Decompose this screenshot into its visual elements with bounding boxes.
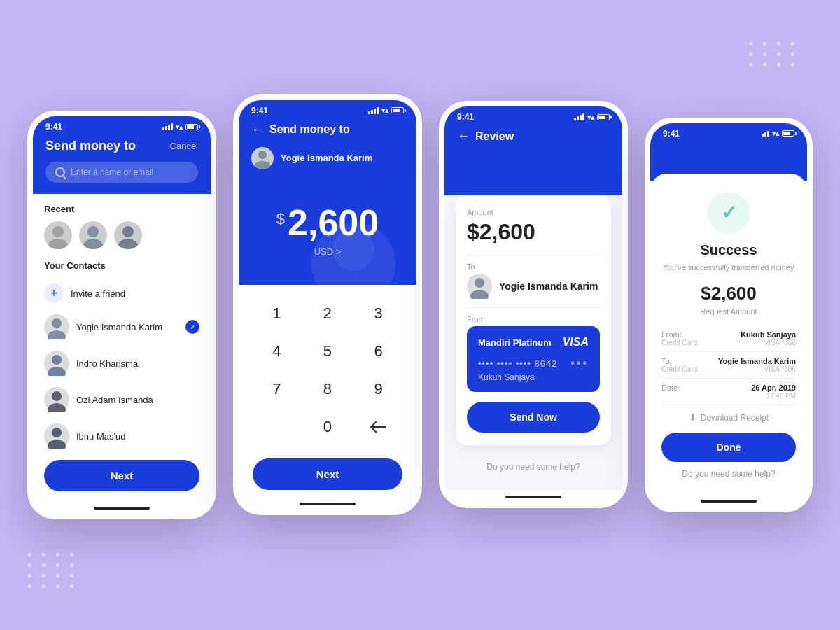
- to-avatar-3: [467, 274, 492, 299]
- wifi-icon-3: ▾▴: [587, 113, 594, 121]
- contact-name-ozi: Ozi Adam Ismanda: [76, 395, 200, 405]
- svg-point-5: [118, 239, 138, 249]
- from-label-4: From:: [662, 330, 697, 339]
- signal-icon-3: [574, 113, 584, 120]
- signal-icon-1: [162, 123, 173, 130]
- svg-point-13: [48, 440, 66, 449]
- success-amount: $2,600: [662, 283, 796, 304]
- recent-avatar-3: [114, 221, 142, 249]
- done-button[interactable]: Done: [662, 433, 796, 462]
- svg-point-7: [48, 330, 66, 340]
- amount-value: 2,600: [288, 204, 379, 241]
- key-6[interactable]: 6: [354, 334, 402, 369]
- signal-icon-4: [762, 131, 769, 136]
- date-val-4: 26 Apr, 2019: [751, 384, 796, 392]
- invite-friend-item[interactable]: + Invite a friend: [44, 278, 200, 309]
- review-amount: $2,600: [467, 219, 600, 245]
- phone3-header: ← Review: [444, 125, 622, 195]
- contact-avatar-indro: [44, 351, 69, 376]
- contact-item-ibnu[interactable]: Ibnu Mas'ud: [44, 418, 200, 454]
- amount-label-3: Amount: [467, 208, 600, 216]
- date-val2-4: 12:48 PM: [751, 392, 796, 400]
- battery-icon-2: [391, 107, 404, 113]
- success-check-circle: ✓: [708, 192, 750, 234]
- key-9[interactable]: 9: [354, 372, 402, 407]
- phone2-frame: 9:41 ▾▴ ← Send money to Yogie Ismanda Ka…: [233, 94, 422, 515]
- card-widget: Mandiri Platinum VISA •••• •••• •••• 864…: [467, 326, 600, 392]
- detail-row-to: To: Credit Card Yogie Ismanda Karim VISA…: [662, 352, 796, 379]
- search-bar-1[interactable]: Enter a name or email: [46, 162, 198, 183]
- notch1: [87, 116, 157, 132]
- svg-point-11: [48, 403, 66, 412]
- battery-icon-1: [186, 124, 198, 130]
- contact-avatar-ibnu: [44, 424, 69, 449]
- card-bank-name: Mandiri Platinum: [478, 337, 552, 348]
- next-button-2[interactable]: Next: [253, 458, 402, 490]
- contact-item-ozi[interactable]: Ozi Adam Ismanda: [44, 382, 200, 418]
- phone2-header: ← Send money to Yogie Ismanda Karim: [239, 118, 416, 183]
- decorative-dots-bottom-left: [28, 553, 77, 588]
- key-7[interactable]: 7: [253, 372, 301, 407]
- detail-row-from: From: Credit Card Kukuh Sanjaya VISA *80…: [662, 326, 796, 352]
- from-val-4: Kukuh Sanjaya: [741, 330, 796, 339]
- divider-2: [467, 307, 600, 308]
- recipient-avatar-2: [251, 147, 274, 169]
- phone3-frame: 9:41 ▾▴ ← Review Amount $2,600: [439, 101, 628, 508]
- visa-label: VISA: [563, 336, 589, 349]
- to-val2-4: VISA *806: [718, 365, 796, 373]
- svg-point-1: [48, 239, 68, 249]
- divider-1: [467, 255, 600, 255]
- currency-display: USD >: [314, 246, 342, 257]
- key-4[interactable]: 4: [253, 334, 301, 369]
- numpad: 1 2 3 4 5 6 7 8 9 0 Next: [239, 285, 416, 497]
- to-label-3: To: [467, 262, 600, 271]
- invite-label: Invite a friend: [71, 288, 200, 299]
- notch3: [498, 106, 568, 122]
- numpad-grid: 1 2 3 4 5 6 7 8 9 0: [253, 296, 402, 444]
- contact-item-yogie[interactable]: Yogie Ismanda Karim ✓: [44, 309, 200, 345]
- download-receipt-row[interactable]: ⬇ Download Receipt: [662, 405, 796, 430]
- back-arrow-2[interactable]: ←: [251, 122, 264, 137]
- phone4-body: ✓ Success You've successfully transferre…: [650, 174, 807, 494]
- notch2: [293, 100, 363, 115]
- search-icon-1: [55, 167, 65, 177]
- to-val-4: Yogie Ismanda Karim: [718, 357, 796, 365]
- next-button-1[interactable]: Next: [44, 460, 200, 491]
- to-name-3: Yogie Ismanda Karim: [499, 281, 598, 292]
- send-money-title-1: Send money to: [46, 139, 136, 153]
- check-mark-icon: ✓: [721, 201, 737, 224]
- svg-point-0: [52, 226, 64, 237]
- contact-name-indro: Indro Kharisma: [76, 358, 200, 369]
- download-icon: ⬇: [689, 412, 696, 423]
- svg-point-17: [470, 290, 489, 299]
- svg-point-9: [48, 367, 66, 376]
- home-indicator-4: [701, 500, 757, 503]
- key-0[interactable]: 0: [304, 410, 352, 444]
- send-now-button[interactable]: Send Now: [467, 402, 600, 433]
- recent-label: Recent: [44, 204, 200, 214]
- help-text-3: Do you need some help?: [456, 455, 611, 476]
- contact-item-indro[interactable]: Indro Kharisma: [44, 345, 200, 382]
- card-number: •••• •••• •••• 8642: [478, 358, 557, 369]
- svg-point-2: [88, 226, 99, 237]
- back-arrow-3[interactable]: ←: [457, 129, 470, 144]
- wifi-icon-4: ▾▴: [772, 130, 779, 137]
- phone3-body: Amount $2,600 To Yogie Ismanda Karim Fro…: [444, 181, 622, 490]
- decorative-dots-top-right: [749, 42, 798, 66]
- phone1-header: Send money to Cancel Enter a name or ema…: [33, 134, 211, 194]
- key-5[interactable]: 5: [304, 334, 352, 369]
- phone4-frame: 9:41 ▾▴ ✓ Success You've successfully tr…: [645, 118, 813, 512]
- status-time-3: 9:41: [457, 112, 474, 122]
- contact-name-ibnu: Ibnu Mas'ud: [76, 431, 200, 442]
- key-backspace[interactable]: [354, 410, 402, 444]
- status-icons-3: ▾▴: [574, 113, 610, 121]
- phones-row: 9:41 ▾▴ Send money to Cancel Enter a nam…: [19, 111, 821, 519]
- svg-point-14: [258, 150, 267, 159]
- svg-point-15: [254, 161, 271, 169]
- header-title-3: Review: [475, 130, 514, 143]
- cancel-button-1[interactable]: Cancel: [170, 141, 198, 151]
- contact-avatar-ozi: [44, 387, 69, 412]
- contact-name-yogie: Yogie Ismanda Karim: [76, 322, 178, 332]
- key-1[interactable]: 1: [253, 296, 301, 331]
- key-8[interactable]: 8: [304, 372, 352, 407]
